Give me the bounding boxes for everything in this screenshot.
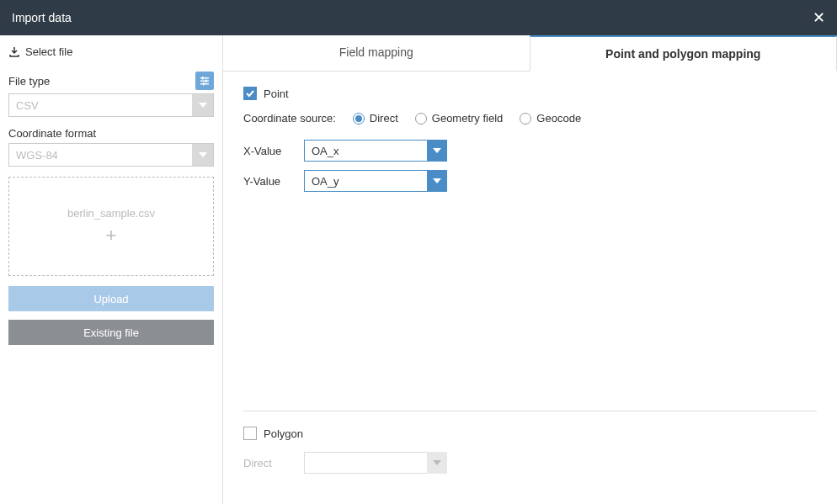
- svg-rect-4: [205, 80, 207, 83]
- polygon-direct-input: [304, 452, 447, 474]
- svg-rect-1: [200, 81, 209, 82]
- svg-rect-3: [202, 77, 204, 80]
- svg-rect-2: [200, 83, 209, 85]
- y-value-input[interactable]: [304, 170, 447, 192]
- settings-icon[interactable]: [195, 72, 214, 90]
- close-icon[interactable]: ✕: [813, 8, 825, 27]
- coord-format-label: Coordinate format: [8, 127, 96, 140]
- coord-source-label: Coordinate source:: [243, 112, 336, 125]
- chevron-down-icon[interactable]: [427, 140, 447, 162]
- chevron-down-icon[interactable]: [192, 143, 214, 167]
- x-value-row: X-Value: [243, 140, 817, 162]
- radio-geocode-label: Geocode: [536, 112, 581, 125]
- coord-source-row: Coordinate source: Direct Geometry field…: [243, 112, 817, 125]
- file-type-label: File type: [8, 75, 50, 88]
- coord-format-label-row: Coordinate format: [8, 127, 214, 140]
- chevron-down-icon: [427, 452, 447, 474]
- dialog-body: Select file File type Coordi: [0, 35, 837, 504]
- x-value-select[interactable]: [304, 140, 447, 162]
- main: Field mapping Point and polygon mapping …: [223, 35, 837, 504]
- y-value-row: Y-Value: [243, 170, 817, 192]
- dialog-title: Import data: [12, 11, 72, 24]
- file-dropzone[interactable]: berlin_sample.csv +: [8, 177, 214, 276]
- point-checkbox-row: Point: [243, 87, 817, 100]
- radio-geometry[interactable]: Geometry field: [415, 112, 504, 125]
- dropzone-filename: berlin_sample.csv: [67, 207, 155, 220]
- tabs: Field mapping Point and polygon mapping: [223, 35, 837, 72]
- section-divider: [243, 411, 817, 411]
- polygon-direct-label: Direct: [243, 457, 294, 470]
- tab-content: Point Coordinate source: Direct Geometry…: [223, 72, 837, 504]
- point-checkbox[interactable]: [243, 87, 257, 100]
- point-label: Point: [264, 88, 289, 100]
- radio-icon: [520, 113, 531, 125]
- coord-format-input[interactable]: [8, 143, 214, 167]
- select-file-label: Select file: [25, 45, 72, 58]
- chevron-down-icon[interactable]: [192, 93, 214, 117]
- download-icon: [8, 46, 20, 58]
- radio-icon: [415, 113, 427, 125]
- coord-format-select[interactable]: [8, 143, 214, 167]
- radio-geocode[interactable]: Geocode: [520, 112, 581, 125]
- radio-geometry-label: Geometry field: [432, 112, 504, 125]
- file-type-label-row: File type: [8, 72, 214, 90]
- x-value-input[interactable]: [304, 140, 447, 162]
- radio-direct-label: Direct: [370, 112, 398, 125]
- svg-rect-0: [200, 77, 209, 79]
- upload-button[interactable]: Upload: [8, 286, 214, 311]
- polygon-direct-row: Direct: [243, 452, 817, 474]
- y-value-select[interactable]: [304, 170, 447, 192]
- svg-marker-9: [433, 178, 441, 183]
- polygon-label: Polygon: [264, 427, 303, 440]
- svg-marker-8: [433, 148, 441, 153]
- svg-rect-5: [203, 82, 205, 86]
- tab-field-mapping[interactable]: Field mapping: [223, 35, 530, 71]
- svg-marker-10: [433, 460, 441, 465]
- radio-direct[interactable]: Direct: [353, 112, 398, 125]
- x-value-label: X-Value: [243, 145, 294, 157]
- sidebar: Select file File type Coordi: [0, 35, 223, 504]
- chevron-down-icon[interactable]: [427, 170, 447, 192]
- polygon-checkbox-row: Polygon: [243, 427, 817, 440]
- plus-icon: +: [106, 225, 117, 247]
- svg-marker-6: [199, 103, 207, 108]
- dialog-header: Import data ✕: [0, 0, 837, 35]
- polygon-checkbox[interactable]: [243, 427, 257, 440]
- y-value-label: Y-Value: [243, 175, 294, 188]
- file-type-input[interactable]: [8, 93, 214, 117]
- tab-point-polygon[interactable]: Point and polygon mapping: [530, 35, 838, 72]
- existing-file-button[interactable]: Existing file: [8, 320, 214, 345]
- svg-marker-7: [199, 152, 207, 157]
- radio-icon: [353, 113, 365, 125]
- polygon-direct-select: [304, 452, 447, 474]
- file-type-select[interactable]: [8, 93, 214, 117]
- select-file-row: Select file: [8, 45, 214, 58]
